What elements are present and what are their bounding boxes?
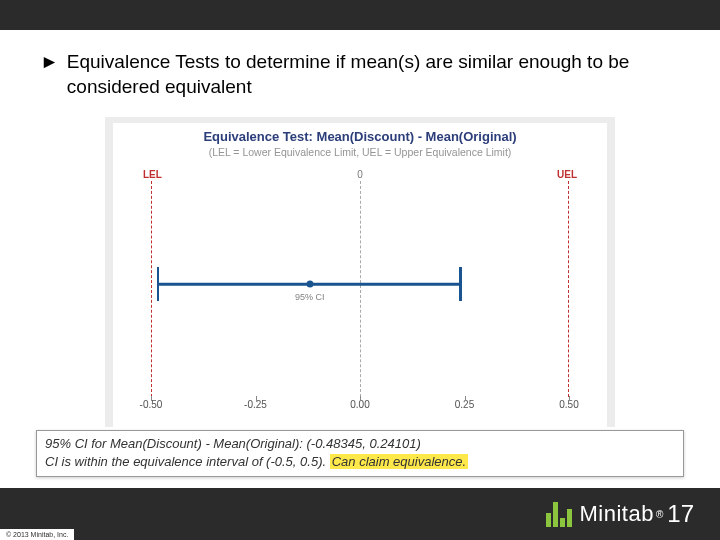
- result-interval-text: CI is within the equivalence interval of…: [45, 454, 330, 469]
- zero-label: 0: [357, 169, 363, 180]
- ci-label: 95% CI: [295, 292, 325, 302]
- tick-mark: [256, 396, 257, 401]
- copyright-text: © 2013 Minitab, Inc.: [0, 529, 74, 540]
- chart-panel: Equivalence Test: Mean(Discount) - Mean(…: [105, 117, 615, 427]
- result-ci-text: 95% CI for Mean(Discount) - Mean(Origina…: [45, 435, 675, 453]
- uel-line: [568, 181, 569, 397]
- ci-point: [306, 281, 313, 288]
- logo-version: 17: [667, 500, 694, 528]
- logo-registered: ®: [656, 509, 663, 520]
- tick-mark: [151, 396, 152, 401]
- bullet-line: ► Equivalence Tests to determine if mean…: [40, 50, 680, 99]
- tick-mark: [465, 396, 466, 401]
- result-box: 95% CI for Mean(Discount) - Mean(Origina…: [36, 430, 684, 477]
- tick-mark: [360, 396, 361, 401]
- slide-content: ► Equivalence Tests to determine if mean…: [0, 30, 720, 427]
- logo-text: Minitab: [580, 501, 654, 527]
- zero-line: [360, 181, 361, 397]
- lel-label: LEL: [143, 169, 162, 180]
- top-bar: [0, 0, 720, 30]
- ci-whisker-right: [459, 267, 462, 301]
- plot-area: LEL 0 UEL 95% CI -0.50 -0.25 0.00 0.25 0…: [151, 171, 569, 397]
- uel-label: UEL: [557, 169, 577, 180]
- result-conclusion: CI is within the equivalence interval of…: [45, 453, 675, 471]
- lel-line: [151, 181, 152, 397]
- chart-inner: Equivalence Test: Mean(Discount) - Mean(…: [113, 123, 607, 427]
- bullet-body: Equivalence Tests to determine if mean(s…: [67, 50, 680, 99]
- chart-subtitle: (LEL = Lower Equivalence Limit, UEL = Up…: [113, 144, 607, 158]
- ci-whisker-left: [157, 267, 160, 301]
- chart-title: Equivalence Test: Mean(Discount) - Mean(…: [113, 123, 607, 144]
- x-axis-ticks: -0.50 -0.25 0.00 0.25 0.50: [151, 399, 569, 415]
- tick-mark: [569, 396, 570, 401]
- logo-bars-icon: [546, 501, 574, 527]
- minitab-logo: Minitab ® 17: [546, 500, 695, 528]
- result-claim-highlight: Can claim equivalence.: [330, 454, 468, 469]
- bullet-marker: ►: [40, 50, 59, 99]
- footer-bar: Minitab ® 17 © 2013 Minitab, Inc.: [0, 488, 720, 540]
